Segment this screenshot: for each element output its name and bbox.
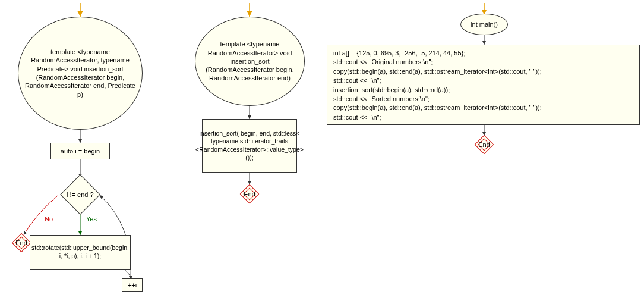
body-box: std::rotate(std::upper_bound(begin, i, *… [30,235,131,270]
body-box: insertion_sort( begin, end, std::less< t… [202,119,297,173]
flowchart-insertion-sort-default: template <typename RandomAccessIterator>… [184,0,315,238]
init-box: auto i = begin [50,143,110,159]
start-node: int main() [460,14,508,35]
body-text: insertion_sort( begin, end, std::less< t… [195,130,304,162]
flowchart-main: int main() int a[] = {125, 0, 695, 3, -2… [324,0,644,178]
end-node: End [473,134,495,155]
body-text: std::rotate(std::upper_bound(begin, i, *… [31,244,129,260]
decision-text: i != end ? [67,191,94,198]
end-label: End [478,141,490,148]
no-label: No [45,215,53,223]
end-label: End [15,239,27,246]
init-text: auto i = begin [61,148,100,155]
increment-box: ++i [122,278,143,292]
start-text: template <typename RandomAccessIterator>… [200,40,299,82]
start-node: template <typename RandomAccessIterator,… [18,17,143,130]
body-text: int a[] = {125, 0, 695, 3, -256, -5, 214… [333,49,542,122]
start-node: template <typename RandomAccessIterator>… [195,17,305,106]
flowchart-insertion-sort-predicate: template <typename RandomAccessIterator,… [0,0,160,307]
end-label: End [244,190,255,198]
end-node: End [239,183,260,205]
end-node-left: End [11,232,32,253]
body-box: int a[] = {125, 0, 695, 3, -256, -5, 214… [327,45,640,125]
increment-text: ++i [128,281,137,289]
decision-node: i != end ? [60,174,100,215]
start-text: int main() [471,21,498,28]
yes-label: Yes [86,215,97,223]
start-text: template <typename RandomAccessIterator,… [23,48,137,99]
